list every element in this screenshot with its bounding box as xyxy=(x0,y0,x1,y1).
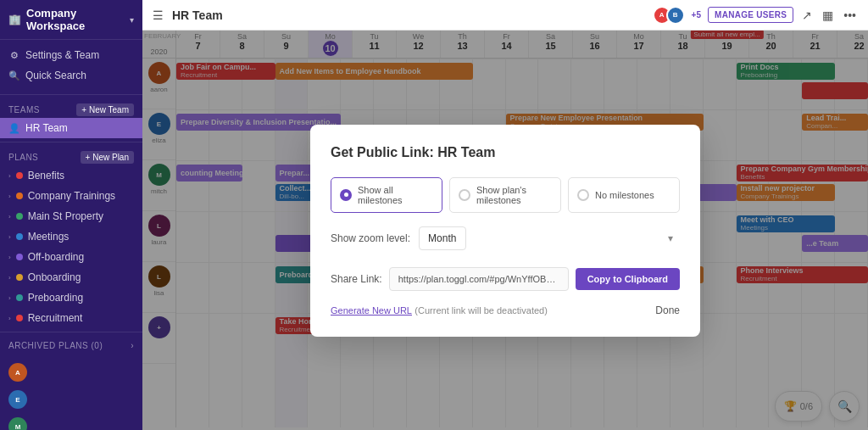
user-avatar-3: M xyxy=(8,417,27,430)
done-button[interactable]: Done xyxy=(655,304,680,316)
sidebar: 🏢 Company Workspace ▾ ⚙ Settings & Team … xyxy=(0,0,142,430)
sidebar-plan-item[interactable]: › Company Trainings xyxy=(0,186,142,206)
plan-dot xyxy=(16,213,23,220)
plan-dot xyxy=(16,233,23,240)
sidebar-plan-item[interactable]: › Recruitment xyxy=(0,308,142,328)
user-avatar-2: E xyxy=(8,390,27,409)
share-link-box: https://plan.toggl.com/#pg/WnYffOBdLP02e… xyxy=(389,267,569,291)
sidebar-divider-3 xyxy=(0,332,142,332)
sidebar-plan-item[interactable]: › Preboarding xyxy=(0,288,142,308)
new-team-button[interactable]: + New Team xyxy=(76,103,134,116)
plan-dot xyxy=(16,172,23,179)
hamburger-icon[interactable]: ☰ xyxy=(153,8,164,22)
plan-dot xyxy=(16,274,23,281)
plan-arrow: › xyxy=(8,172,11,180)
top-bar: ☰ HR Team A B +5 MANAGE USERS ↗ ▦ ••• xyxy=(142,0,868,31)
deactivate-note: (Current link will be deactivated) xyxy=(415,305,548,316)
sidebar-plan-item[interactable]: › Onboarding xyxy=(0,267,142,288)
sidebar-plan-item[interactable]: › Off-boarding xyxy=(0,247,142,267)
hr-team-label: HR Team xyxy=(25,122,68,134)
more-icon-btn[interactable]: ••• xyxy=(842,7,858,24)
plans-section-label: PLANS + New Plan xyxy=(0,146,142,165)
sidebar-plan-item[interactable]: › Meetings xyxy=(0,226,142,247)
milestone-radio-group: Show all milestones Show plan's mileston… xyxy=(331,177,680,213)
app-container: 🏢 Company Workspace ▾ ⚙ Settings & Team … xyxy=(0,0,868,430)
plans-list: › Benefits › Company Trainings › Main St… xyxy=(0,165,142,328)
radio-no-milestones[interactable]: No milestones xyxy=(568,177,680,213)
page-title: HR Team xyxy=(172,8,644,22)
sidebar-avatar-3[interactable]: M xyxy=(0,413,142,430)
workspace-header[interactable]: 🏢 Company Workspace ▾ xyxy=(0,0,142,40)
sidebar-item-settings[interactable]: ⚙ Settings & Team xyxy=(0,45,142,65)
zoom-select-wrapper: Month Week Day xyxy=(419,226,680,250)
manage-users-button[interactable]: MANAGE USERS xyxy=(708,7,793,23)
modal-dialog: Get Public Link: HR Team Show all milest… xyxy=(310,125,700,337)
generate-new-url-link[interactable]: Generate New URL xyxy=(331,305,412,316)
user-avatar-1: A xyxy=(8,363,27,382)
radio-circle-2 xyxy=(459,189,470,201)
plan-arrow: › xyxy=(8,193,11,200)
settings-icon: ⚙ xyxy=(8,49,20,61)
avatar-stack: A B xyxy=(653,6,685,25)
zoom-select[interactable]: Month Week Day xyxy=(419,226,466,250)
sidebar-avatars: A E M L L + xyxy=(0,352,142,430)
plan-label: Preboarding xyxy=(28,292,83,304)
plan-dot xyxy=(16,315,23,321)
modal-footer: Generate New URL (Current link will be d… xyxy=(331,304,680,316)
archived-label: ARCHIVED PLANS (0) xyxy=(8,341,103,350)
footer-left: Generate New URL (Current link will be d… xyxy=(331,304,548,316)
plan-dot xyxy=(16,294,23,301)
top-bar-actions: A B +5 MANAGE USERS ↗ ▦ ••• xyxy=(653,6,858,25)
sidebar-plan-item[interactable]: › Benefits xyxy=(0,165,142,186)
workspace-title: Company Workspace xyxy=(26,7,125,32)
plan-label: Onboarding xyxy=(28,271,81,283)
plans-label: PLANS xyxy=(8,153,38,162)
share-row: Share Link: https://plan.toggl.com/#pg/W… xyxy=(331,267,680,291)
plan-label: Main St Property xyxy=(28,210,103,222)
main-area: ☰ HR Team A B +5 MANAGE USERS ↗ ▦ ••• FE… xyxy=(142,0,868,430)
plan-label: Off-boarding xyxy=(28,251,85,263)
plan-arrow: › xyxy=(8,254,11,261)
modal-title-text: Get Public Link: xyxy=(331,145,437,159)
workspace-icon: 🏢 xyxy=(8,14,21,25)
zoom-label: Show zoom level: xyxy=(331,232,410,244)
modal-team-name: HR Team xyxy=(437,145,495,159)
archived-section-label[interactable]: ARCHIVED PLANS (0) › xyxy=(0,336,142,352)
plan-arrow: › xyxy=(8,315,11,322)
zoom-row: Show zoom level: Month Week Day xyxy=(331,226,680,250)
radio-circle-filled xyxy=(340,189,352,201)
archived-chevron: › xyxy=(131,341,134,350)
search-icon: 🔍 xyxy=(8,70,20,81)
radio-circle-3 xyxy=(577,189,589,201)
radio-all-milestones[interactable]: Show all milestones xyxy=(331,177,442,213)
plan-arrow: › xyxy=(8,213,11,221)
plan-label: Recruitment xyxy=(28,312,83,324)
settings-label: Settings & Team xyxy=(25,49,99,61)
share-label: Share Link: xyxy=(331,273,382,285)
new-plan-button[interactable]: + New Plan xyxy=(81,151,134,164)
sidebar-divider-2 xyxy=(0,142,142,142)
modal-overlay[interactable]: Get Public Link: HR Team Show all milest… xyxy=(142,31,868,430)
radio-label-plan: Show plan's milestones xyxy=(476,185,552,205)
sidebar-item-hr-team[interactable]: 👤 HR Team xyxy=(0,118,142,138)
plus-count: +5 xyxy=(692,10,701,20)
plan-arrow: › xyxy=(8,274,11,282)
sidebar-plan-item[interactable]: › Main St Property xyxy=(0,206,142,226)
plan-arrow: › xyxy=(8,233,11,241)
grid-icon-btn[interactable]: ▦ xyxy=(821,7,835,24)
share-icon-btn[interactable]: ↗ xyxy=(800,7,814,24)
copy-to-clipboard-button[interactable]: Copy to Clipboard xyxy=(576,268,680,290)
radio-plan-milestones[interactable]: Show plan's milestones xyxy=(449,177,561,213)
radio-label-none: No milestones xyxy=(595,190,654,200)
plan-label: Company Trainings xyxy=(28,190,115,202)
sidebar-item-search[interactable]: 🔍 Quick Search xyxy=(0,65,142,86)
modal-title: Get Public Link: HR Team xyxy=(331,145,680,160)
quick-search-label: Quick Search xyxy=(25,70,86,81)
radio-label-all: Show all milestones xyxy=(358,185,433,205)
sidebar-avatar-2[interactable]: E xyxy=(0,386,142,413)
teams-section-label: TEAMS + New Team xyxy=(0,98,142,118)
plan-dot xyxy=(16,254,23,260)
workspace-chevron: ▾ xyxy=(130,15,134,25)
sidebar-avatar-1[interactable]: A xyxy=(0,359,142,386)
plan-dot xyxy=(16,193,23,199)
